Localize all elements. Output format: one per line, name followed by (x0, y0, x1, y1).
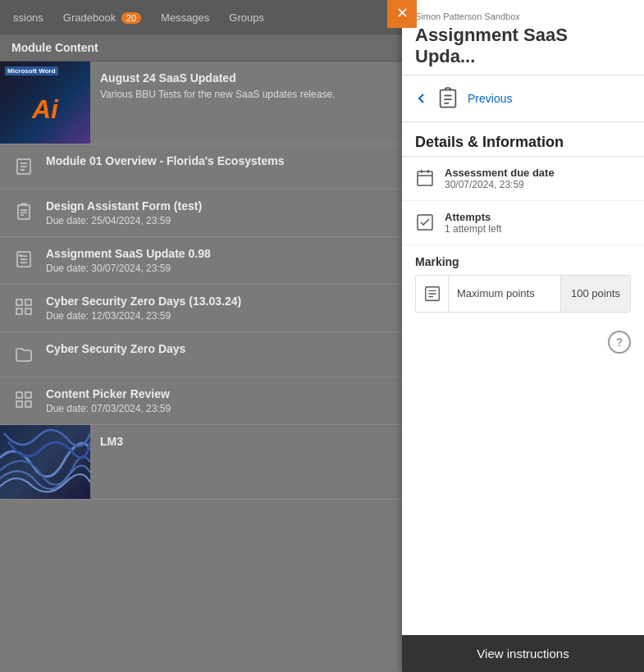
item-subtitle: Due date: 07/03/2024, 23:59 (46, 403, 391, 414)
list-item[interactable]: Module 01 Overview - Florida's Ecosystem… (0, 144, 402, 190)
svg-rect-20 (441, 89, 456, 107)
marking-label: Maximum points (449, 287, 560, 299)
marking-row: Maximum points 100 points (416, 276, 630, 312)
marking-table: Maximum points 100 points (415, 275, 631, 313)
attempts-value: 1 attempt left (445, 223, 631, 235)
right-panel: ✕ Simon Patterson Sandbox Assignment Saa… (402, 0, 644, 672)
view-instructions-button[interactable]: View instructions (402, 635, 644, 672)
nav-item-groups[interactable]: Groups (224, 8, 269, 27)
marking-icon-cell (416, 276, 449, 312)
item-subtitle: Due date: 25/04/2024, 23:59 (46, 215, 391, 226)
item-title: August 24 SaaS Updated (100, 71, 392, 85)
list-item[interactable]: Microsoft Word Ai August 24 SaaS Updated… (0, 62, 402, 144)
svg-rect-16 (16, 392, 22, 398)
list-check-icon (423, 285, 441, 303)
top-nav: ssions Gradebook 20 Messages Groups (0, 0, 402, 34)
list-item[interactable]: Design Assistant Form (test) Due date: 2… (0, 190, 402, 237)
item-text: Assignment SaaS Update 0.98 Due date: 30… (46, 247, 391, 274)
folder-icon (11, 342, 36, 367)
check-square-icon (415, 213, 435, 232)
nav-item-sessions[interactable]: ssions (8, 8, 48, 27)
item-title: Assignment SaaS Update 0.98 (46, 247, 391, 260)
svg-rect-15 (25, 309, 31, 314)
help-icon-area: ? (402, 322, 644, 362)
item-text: Cyber Security Zero Days (46, 342, 391, 355)
chevron-left-icon (415, 92, 428, 105)
svg-rect-17 (25, 392, 31, 398)
lm3-thumbnail (0, 425, 90, 499)
list-item[interactable]: Cyber Security Zero Days (13.03.24) Due … (0, 285, 402, 332)
svg-rect-13 (25, 299, 31, 305)
item-title: Design Assistant Form (test) (46, 199, 391, 213)
module-content-label: Module Content (0, 34, 402, 62)
item-subtitle: Various BBU Tests for the new SaaS updat… (100, 89, 392, 100)
gradebook-badge: 20 (121, 12, 141, 24)
assessment-due-date-label: Assessment due date (445, 167, 631, 179)
item-subtitle: Due date: 30/07/2024, 23:59 (46, 263, 391, 274)
attempts-text: Attempts 1 attempt left (445, 211, 631, 235)
panel-footer: View instructions (402, 635, 644, 672)
calendar-icon (415, 168, 435, 188)
svg-rect-24 (418, 171, 432, 185)
assessment-due-date-text: Assessment due date 30/07/2024, 23:59 (445, 167, 631, 190)
attempts-row: Attempts 1 attempt left (402, 201, 644, 245)
item-text: Module 01 Overview - Florida's Ecosystem… (46, 154, 391, 167)
marking-title: Marking (415, 255, 631, 268)
clipboard-icon (11, 199, 36, 224)
assignment-icon (436, 87, 459, 110)
previous-label: Previous (468, 92, 512, 105)
panel-header: Simon Patterson Sandbox Assignment SaaS … (402, 0, 644, 75)
svg-rect-14 (16, 309, 22, 314)
item-text: Design Assistant Form (test) Due date: 2… (46, 199, 391, 226)
close-button[interactable]: ✕ (387, 0, 417, 28)
assessment-due-date-value: 30/07/2024, 23:59 (445, 179, 631, 190)
item-thumbnail: Microsoft Word Ai (0, 62, 90, 144)
marking-value: 100 points (560, 276, 630, 312)
help-icon[interactable]: ? (608, 331, 631, 354)
left-panel: ssions Gradebook 20 Messages Groups Modu… (0, 0, 402, 672)
item-text: Cyber Security Zero Days (13.03.24) Due … (46, 295, 391, 322)
panel-body: Previous Details & Information Assessmen… (402, 75, 644, 635)
item-subtitle: Due date: 12/03/2024, 23:59 (46, 310, 391, 322)
nav-item-messages[interactable]: Messages (156, 8, 214, 27)
content-list: Microsoft Word Ai August 24 SaaS Updated… (0, 62, 402, 672)
grid2-icon (11, 387, 36, 412)
list-item[interactable]: Content Picker Review Due date: 07/03/20… (0, 377, 402, 425)
item-title: Module 01 Overview - Florida's Ecosystem… (46, 154, 391, 167)
item-title: LM3 (100, 435, 392, 448)
nav-item-gradebook[interactable]: Gradebook 20 (58, 8, 146, 27)
grid-icon (11, 295, 36, 319)
svg-rect-19 (25, 401, 31, 407)
svg-rect-18 (16, 401, 22, 407)
item-title: Cyber Security Zero Days (46, 342, 391, 355)
item-title: Content Picker Review (46, 387, 391, 400)
details-section-title: Details & Information (402, 122, 644, 157)
assignment-title: Assignment SaaS Upda... (415, 25, 631, 68)
previous-link[interactable]: Previous (402, 75, 644, 122)
checklist-icon (11, 247, 36, 272)
marking-section: Marking Maximum points 100 points (402, 245, 644, 322)
attempts-label: Attempts (445, 211, 631, 223)
list-item[interactable]: LM3 (0, 425, 402, 500)
assessment-due-date-row: Assessment due date 30/07/2024, 23:59 (402, 157, 644, 201)
svg-rect-12 (16, 299, 22, 305)
list-icon (11, 154, 36, 179)
item-text: Content Picker Review Due date: 07/03/20… (46, 387, 391, 414)
item-title: Cyber Security Zero Days (13.03.24) (46, 295, 391, 308)
list-item[interactable]: Assignment SaaS Update 0.98 Due date: 30… (0, 237, 402, 285)
item-text: August 24 SaaS Updated Various BBU Tests… (90, 62, 402, 144)
list-item[interactable]: Cyber Security Zero Days (0, 332, 402, 377)
item-text: LM3 (90, 425, 402, 499)
sandbox-label: Simon Patterson Sandbox (415, 11, 631, 21)
